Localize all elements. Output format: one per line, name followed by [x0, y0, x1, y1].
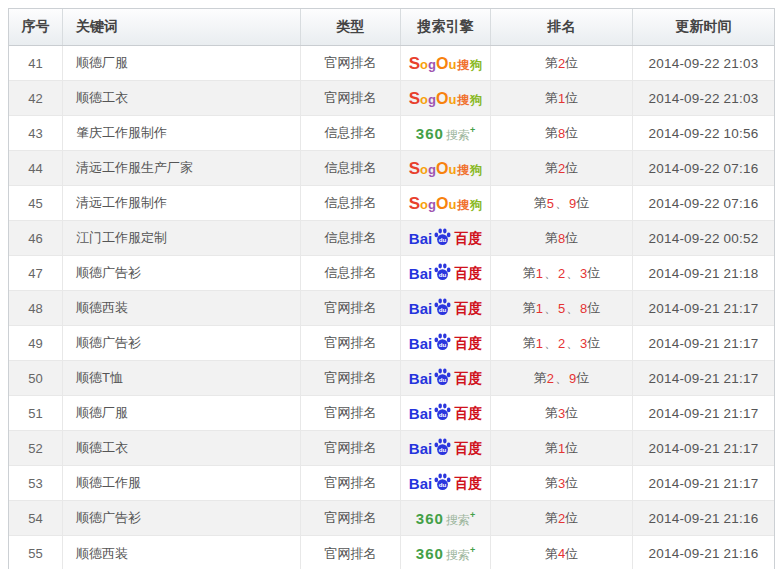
rank-cell: 第8位 — [491, 116, 633, 151]
updated-time-cell: 2014-09-22 10:56 — [633, 116, 774, 151]
engine-cell: 360搜索+ — [401, 116, 491, 151]
keyword-cell: 顺德工衣 — [63, 81, 301, 116]
logo-text: 百度 — [454, 441, 482, 455]
table-row: 55 顺德西装 官网排名 360搜索+ 第4位 2014-09-21 21:16 — [9, 536, 774, 569]
logo-text: 狗 — [470, 94, 482, 106]
rank-prefix: 第 — [545, 545, 558, 563]
rank-suffix: 位 — [565, 474, 578, 492]
rank-suffix: 位 — [565, 509, 578, 527]
table-row: 42 顺德工衣 官网排名 SogOu搜狗 第1位 2014-09-22 21:0… — [9, 81, 774, 116]
baidu-logo: Baidu百度 — [409, 370, 482, 387]
360-search-logo: 360搜索+ — [416, 126, 475, 141]
rank-prefix: 第 — [545, 159, 558, 177]
engine-cell: SogOu搜狗 — [401, 151, 491, 186]
rank-number: 2 — [558, 336, 565, 351]
rank-number: 8 — [558, 126, 565, 141]
logo-text: 搜索 — [446, 129, 470, 141]
row-index: 50 — [9, 361, 63, 396]
svg-text:du: du — [439, 270, 447, 277]
svg-text:du: du — [439, 375, 447, 382]
rank-cell: 第2位 — [491, 151, 633, 186]
engine-cell: Baidu百度 — [401, 256, 491, 291]
updated-time-cell: 2014-09-22 07:16 — [633, 151, 774, 186]
logo-text: 360 — [416, 126, 444, 141]
logo-text: Bai — [409, 476, 432, 491]
table-row: 50 顺德T恤 官网排名 Baidu百度 第2、9位 2014-09-21 21… — [9, 361, 774, 396]
updated-time-cell: 2014-09-22 07:16 — [633, 186, 774, 221]
rank-prefix: 第 — [523, 334, 536, 352]
table-row: 52 顺德工衣 官网排名 Baidu百度 第1位 2014-09-21 21:1… — [9, 431, 774, 466]
rank-suffix: 位 — [565, 229, 578, 247]
logo-text: S — [409, 55, 420, 72]
engine-cell: SogOu搜狗 — [401, 81, 491, 116]
rank-prefix: 第 — [545, 229, 558, 247]
ranking-table-body: 41 顺德厂服 官网排名 SogOu搜狗 第2位 2014-09-22 21:0… — [9, 46, 774, 569]
updated-time-cell: 2014-09-21 21:17 — [633, 291, 774, 326]
rank-cell: 第5、9位 — [491, 186, 633, 221]
table-row: 53 顺德工作服 官网排名 Baidu百度 第3位 2014-09-21 21:… — [9, 466, 774, 501]
rank-number: 3 — [558, 476, 565, 491]
rank-suffix: 位 — [565, 439, 578, 457]
logo-text: g — [428, 93, 436, 106]
table-row: 47 顺德广告衫 信息排名 Baidu百度 第1、2、3位 2014-09-21… — [9, 256, 774, 291]
baidu-paw-icon: du — [433, 438, 452, 455]
rank-separator: 、 — [555, 369, 568, 387]
type-cell: 官网排名 — [301, 326, 401, 361]
logo-text: 搜 — [457, 59, 469, 71]
row-index: 55 — [9, 536, 63, 569]
keyword-cell: 顺德工衣 — [63, 431, 301, 466]
rank-number: 1 — [536, 301, 543, 316]
sogou-logo: SogOu搜狗 — [409, 55, 483, 72]
logo-text: S — [409, 90, 420, 107]
baidu-paw-icon: du — [433, 403, 452, 420]
updated-time-cell: 2014-09-21 21:17 — [633, 361, 774, 396]
type-cell: 信息排名 — [301, 256, 401, 291]
logo-text: 搜 — [457, 164, 469, 176]
360-search-logo: 360搜索+ — [416, 546, 475, 561]
baidu-logo: Baidu百度 — [409, 440, 482, 457]
rank-number: 2 — [547, 371, 554, 386]
rank-prefix: 第 — [545, 124, 558, 142]
logo-text: 百度 — [454, 406, 482, 420]
keyword-cell: 清远工作服制作 — [63, 186, 301, 221]
logo-text: + — [470, 546, 475, 555]
baidu-paw-icon: du — [433, 473, 452, 490]
rank-prefix: 第 — [534, 194, 547, 212]
engine-cell: SogOu搜狗 — [401, 186, 491, 221]
column-header-engine: 搜索引擎 — [401, 9, 491, 45]
rank-separator: 、 — [566, 334, 579, 352]
logo-text: 百度 — [454, 231, 482, 245]
rank-number: 2 — [558, 511, 565, 526]
rank-suffix: 位 — [565, 545, 578, 563]
baidu-paw-icon: du — [433, 228, 452, 245]
logo-text: O — [436, 56, 448, 72]
logo-text: + — [470, 126, 475, 135]
column-header-updated: 更新时间 — [633, 9, 774, 45]
row-index: 54 — [9, 501, 63, 536]
logo-text: o — [420, 163, 428, 176]
rank-cell: 第4位 — [491, 536, 633, 569]
logo-text: O — [436, 161, 448, 177]
engine-cell: Baidu百度 — [401, 396, 491, 431]
rank-number: 3 — [580, 266, 587, 281]
table-row: 54 顺德广告衫 官网排名 360搜索+ 第2位 2014-09-21 21:1… — [9, 501, 774, 536]
table-row: 41 顺德厂服 官网排名 SogOu搜狗 第2位 2014-09-22 21:0… — [9, 46, 774, 81]
rank-number: 8 — [580, 301, 587, 316]
keyword-cell: 顺德广告衫 — [63, 326, 301, 361]
keyword-cell: 肇庆工作服制作 — [63, 116, 301, 151]
baidu-paw-icon: du — [433, 298, 452, 315]
logo-text: g — [428, 163, 436, 176]
logo-text: 搜索 — [446, 514, 470, 526]
row-index: 44 — [9, 151, 63, 186]
engine-cell: Baidu百度 — [401, 326, 491, 361]
logo-text: 搜 — [457, 199, 469, 211]
type-cell: 官网排名 — [301, 431, 401, 466]
row-index: 41 — [9, 46, 63, 81]
logo-text: u — [448, 198, 456, 211]
row-index: 49 — [9, 326, 63, 361]
updated-time-cell: 2014-09-21 21:17 — [633, 396, 774, 431]
updated-time-cell: 2014-09-22 00:52 — [633, 221, 774, 256]
rank-number: 8 — [558, 231, 565, 246]
logo-text: 百度 — [454, 266, 482, 280]
engine-cell: Baidu百度 — [401, 466, 491, 501]
